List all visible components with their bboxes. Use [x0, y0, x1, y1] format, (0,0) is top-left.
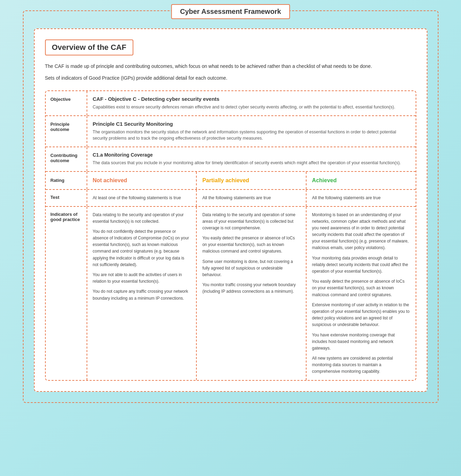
rating-partially-text: Partially achieved — [202, 177, 249, 184]
contributing-label: Contributing outcome — [46, 147, 87, 171]
igp-label: Indicators of good practice — [46, 207, 87, 380]
igp-item: You do not confidently detect the presen… — [93, 228, 191, 268]
inner-container: Overview of the CAF The CAF is made up o… — [34, 28, 427, 392]
igp-item: You have extensive monitoring coverage t… — [312, 332, 410, 352]
principle-title: Principle C1 Security Monitoring — [93, 121, 410, 127]
igp-item: You easily detect the presence or absenc… — [312, 278, 410, 298]
rating-cells: Not achieved Partially achieved Achieved — [87, 172, 416, 189]
igp-cell-achieved: Monitoring is based on an understanding … — [307, 207, 416, 380]
igp-item: You easily detect the presence or absenc… — [202, 235, 300, 255]
igp-row: Indicators of good practice Data relatin… — [46, 207, 416, 380]
igp-item: Extensive monitoring of user activity in… — [312, 302, 410, 328]
test-cell-partially: All the following statements are true — [197, 190, 307, 206]
rating-cell-achieved: Achieved — [307, 172, 416, 189]
rating-achieved-text: Achieved — [312, 177, 337, 184]
content-table: Objective CAF - Objective C - Detecting … — [45, 90, 416, 381]
principle-desc: The organisation monitors the security s… — [93, 129, 410, 142]
rating-cell-not-achieved: Not achieved — [87, 172, 197, 189]
objective-row: Objective CAF - Objective C - Detecting … — [46, 91, 416, 116]
section-title-box: Overview of the CAF — [45, 39, 133, 55]
test-cell-achieved: All the following statements are true — [307, 190, 416, 206]
rating-row: Rating Not achieved Partially achieved A… — [46, 172, 416, 190]
igp-item: All new systems are considered as potent… — [312, 355, 410, 375]
rating-cell-partially: Partially achieved — [197, 172, 307, 189]
objective-label: Objective — [46, 91, 87, 115]
objective-title: CAF - Objective C - Detecting cyber secu… — [93, 96, 410, 102]
igp-item: You are not able to audit the activities… — [93, 272, 191, 285]
igp-item: Data relating to the security and operat… — [93, 212, 191, 225]
igp-cell-not-achieved: Data relating to the security and operat… — [87, 207, 197, 380]
igp-item: Your monitoring data provides enough det… — [312, 255, 410, 275]
principle-content: Principle C1 Security Monitoring The org… — [87, 116, 416, 147]
objective-desc: Capabilities exist to ensure security de… — [93, 104, 410, 111]
test-cell-not-achieved: At least one of the following statements… — [87, 190, 197, 206]
igp-cells: Data relating to the security and operat… — [87, 207, 416, 380]
igp-item: You monitor traffic crossing your networ… — [202, 282, 300, 295]
contributing-title: C1.a Monitoring Coverage — [93, 152, 410, 158]
contributing-desc: The data sources that you include in you… — [93, 160, 410, 166]
rating-not-achieved-text: Not achieved — [93, 177, 127, 184]
igp-item: Data relating to the security and operat… — [202, 212, 300, 232]
contributing-content: C1.a Monitoring Coverage The data source… — [87, 147, 416, 171]
igp-item: You do not capture any traffic crossing … — [93, 288, 191, 301]
igp-item: Some user monitoring is done, but not co… — [202, 258, 300, 279]
outer-container: Cyber Assessment Framework Overview of t… — [23, 10, 438, 403]
test-row: Test At least one of the following state… — [46, 190, 416, 207]
test-cells: At least one of the following statements… — [87, 190, 416, 206]
principle-row: Principle outcome Principle C1 Security … — [46, 116, 416, 148]
intro-para2: Sets of indicators of Good Practice (IGP… — [45, 74, 416, 82]
igp-cell-partially: Data relating to the security and operat… — [197, 207, 307, 380]
intro-para1: The CAF is made up of principle and cont… — [45, 62, 416, 70]
objective-content: CAF - Objective C - Detecting cyber secu… — [87, 91, 416, 115]
principle-label: Principle outcome — [46, 116, 87, 147]
page-title: Cyber Assessment Framework — [171, 4, 290, 19]
igp-item: Monitoring is based on an understanding … — [312, 212, 410, 252]
test-label: Test — [46, 190, 87, 206]
section-title: Overview of the CAF — [52, 43, 126, 52]
rating-label: Rating — [46, 172, 87, 189]
contributing-row: Contributing outcome C1.a Monitoring Cov… — [46, 147, 416, 172]
